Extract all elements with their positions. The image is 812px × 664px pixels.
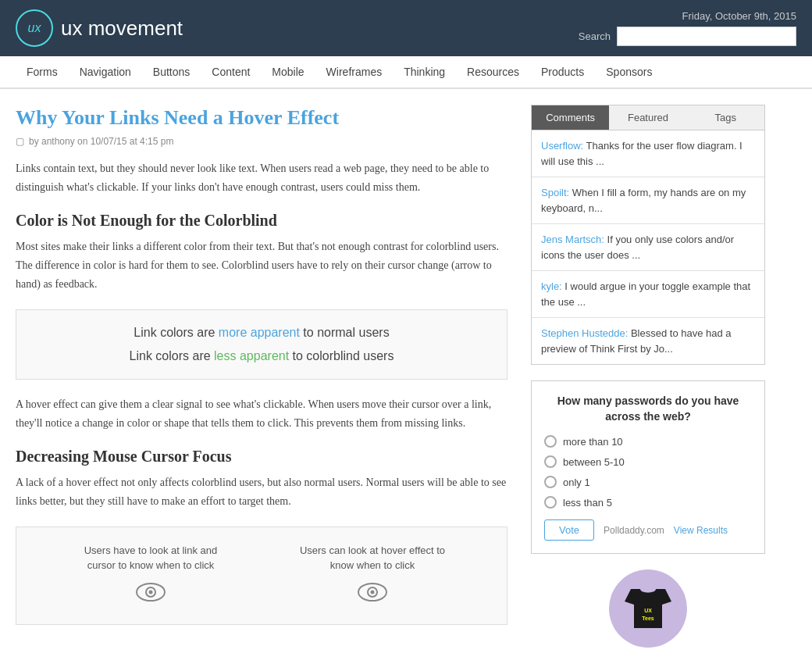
nav-thinking[interactable]: Thinking bbox=[393, 56, 456, 87]
line1-suffix: to normal users bbox=[300, 326, 390, 339]
line2-suffix: to colorblind users bbox=[289, 349, 394, 362]
svg-point-2 bbox=[149, 590, 153, 594]
poll-box: How many passwords do you have across th… bbox=[531, 380, 765, 554]
line1-prefix: Link colors are bbox=[134, 326, 219, 339]
article-meta: ▢ by anthony on 10/07/15 at 4:15 pm bbox=[16, 136, 508, 147]
poll-radio-2[interactable] bbox=[544, 455, 557, 468]
poll-option-3: only 1 bbox=[544, 476, 752, 488]
comment-text-4: I would argue in your toggle example tha… bbox=[541, 280, 750, 308]
section1-body: Most sites make their links a different … bbox=[16, 237, 508, 293]
hover-col-1: Users have to look at link and cursor to… bbox=[73, 543, 229, 609]
hover-demo-box: Users have to look at link and cursor to… bbox=[16, 527, 508, 625]
section1-heading: Color is Not Enough for the Colorblind bbox=[16, 212, 508, 230]
header: ux ux movement Friday, October 9th, 2015… bbox=[0, 0, 812, 56]
poll-option-2: between 5-10 bbox=[544, 455, 752, 468]
eye-icon-2 bbox=[294, 581, 451, 609]
poll-radio-4[interactable] bbox=[544, 496, 557, 509]
logo-ux-text: ux bbox=[28, 21, 41, 35]
comment-item-4: kyle: I would argue in your toggle examp… bbox=[532, 271, 764, 318]
date-display: Friday, October 9th, 2015 bbox=[682, 10, 796, 22]
polldaddy-link[interactable]: Polldaddy.com bbox=[604, 525, 664, 536]
link-demo-box: Link colors are more apparent to normal … bbox=[16, 309, 508, 380]
view-results-link[interactable]: View Results bbox=[674, 525, 728, 536]
hover-col-2: Users can look at hover effect to know w… bbox=[294, 543, 451, 609]
line2-prefix: Link colors are bbox=[130, 349, 215, 362]
vote-button[interactable]: Vote bbox=[544, 519, 594, 541]
poll-radio-3[interactable] bbox=[544, 476, 557, 488]
nav-forms[interactable]: Forms bbox=[16, 56, 69, 87]
comment-author-3: Jens Martsch: bbox=[541, 234, 604, 245]
link-demo-line1: Link colors are more apparent to normal … bbox=[40, 326, 483, 340]
article-meta-text: by anthony on 10/07/15 at 4:15 pm bbox=[29, 136, 173, 147]
nav-bar: Forms Navigation Buttons Content Mobile … bbox=[0, 56, 812, 89]
comment-author-4: kyle: bbox=[541, 280, 562, 292]
poll-actions: Vote Polldaddy.com View Results bbox=[544, 519, 752, 541]
comment-author-5: Stephen Hustedde: bbox=[541, 327, 628, 339]
tab-featured[interactable]: Featured bbox=[609, 105, 686, 130]
poll-option-label-3: only 1 bbox=[563, 477, 590, 488]
tshirt-svg: UX Tees bbox=[623, 587, 673, 630]
search-label: Search bbox=[579, 30, 611, 42]
comment-item-2: Spoilt: When I fill a form, my hands are… bbox=[532, 177, 764, 224]
intro-paragraph: Links contain text, but they should neve… bbox=[16, 159, 508, 197]
section2-heading: Decreasing Mouse Cursor Focus bbox=[16, 448, 508, 466]
comment-author-2: Spoilt: bbox=[541, 187, 569, 198]
tab-tags[interactable]: Tags bbox=[687, 105, 764, 130]
nav-buttons[interactable]: Buttons bbox=[142, 56, 201, 87]
logo-icon[interactable]: ux bbox=[16, 9, 53, 47]
sidebar: Comments Featured Tags Userflow: Thanks … bbox=[531, 105, 765, 648]
section2-body: A lack of a hover effect not only affect… bbox=[16, 473, 508, 511]
poll-option-label-2: between 5-10 bbox=[563, 456, 625, 468]
svg-text:Tees: Tees bbox=[642, 616, 654, 621]
comment-icon: ▢ bbox=[16, 136, 24, 147]
nav-mobile[interactable]: Mobile bbox=[261, 56, 315, 87]
poll-question: How many passwords do you have across th… bbox=[544, 394, 752, 424]
nav-wireframes[interactable]: Wireframes bbox=[315, 56, 394, 87]
line2-link: less apparent bbox=[214, 349, 289, 362]
nav-products[interactable]: Products bbox=[530, 56, 595, 87]
comment-author-1: Userflow: bbox=[541, 140, 583, 152]
ux-tees-circle[interactable]: UX Tees bbox=[609, 569, 687, 648]
ux-tees-box[interactable]: UX Tees bbox=[531, 569, 765, 648]
search-area: Search bbox=[579, 27, 796, 46]
comment-item-5: Stephen Hustedde: Blessed to have had a … bbox=[532, 318, 764, 364]
nav-content[interactable]: Content bbox=[201, 56, 261, 87]
tab-comments[interactable]: Comments bbox=[532, 105, 609, 130]
poll-option-4: less than 5 bbox=[544, 496, 752, 509]
svg-point-5 bbox=[371, 590, 375, 594]
nav-sponsors[interactable]: Sponsors bbox=[595, 56, 663, 87]
poll-option-label-4: less than 5 bbox=[563, 497, 612, 509]
tabs-bar: Comments Featured Tags bbox=[531, 105, 765, 130]
nav-navigation[interactable]: Navigation bbox=[69, 56, 142, 87]
logo-area: ux ux movement bbox=[16, 9, 183, 47]
logo-text: ux movement bbox=[61, 16, 183, 41]
comments-list: Userflow: Thanks for the user flow diagr… bbox=[531, 130, 765, 365]
comment-item-3: Jens Martsch: If you only use colors and… bbox=[532, 224, 764, 271]
link-demo-line2: Link colors are less apparent to colorbl… bbox=[40, 349, 483, 363]
comment-item-1: Userflow: Thanks for the user flow diagr… bbox=[532, 130, 764, 177]
line1-link: more apparent bbox=[219, 326, 300, 339]
poll-radio-1[interactable] bbox=[544, 435, 557, 448]
header-right: Friday, October 9th, 2015 Search bbox=[579, 10, 796, 46]
comment-text-2: When I fill a form, my hands are on my k… bbox=[541, 187, 746, 214]
nav-resources[interactable]: Resources bbox=[456, 56, 530, 87]
article-title: Why Your Links Need a Hover Effect bbox=[16, 105, 508, 131]
search-input[interactable] bbox=[617, 27, 796, 46]
article-area: Why Your Links Need a Hover Effect ▢ by … bbox=[16, 105, 531, 648]
eye-icon-1 bbox=[73, 581, 229, 609]
svg-text:UX: UX bbox=[644, 608, 652, 613]
section1-body2: A hover effect can give them a clear sig… bbox=[16, 395, 508, 433]
article-body: Links contain text, but they should neve… bbox=[16, 159, 508, 625]
poll-option-label-1: more than 10 bbox=[563, 436, 623, 448]
main-container: Why Your Links Need a Hover Effect ▢ by … bbox=[0, 89, 812, 663]
hover-col1-text: Users have to look at link and cursor to… bbox=[73, 543, 229, 573]
poll-option-1: more than 10 bbox=[544, 435, 752, 448]
hover-col2-text: Users can look at hover effect to know w… bbox=[294, 543, 451, 573]
